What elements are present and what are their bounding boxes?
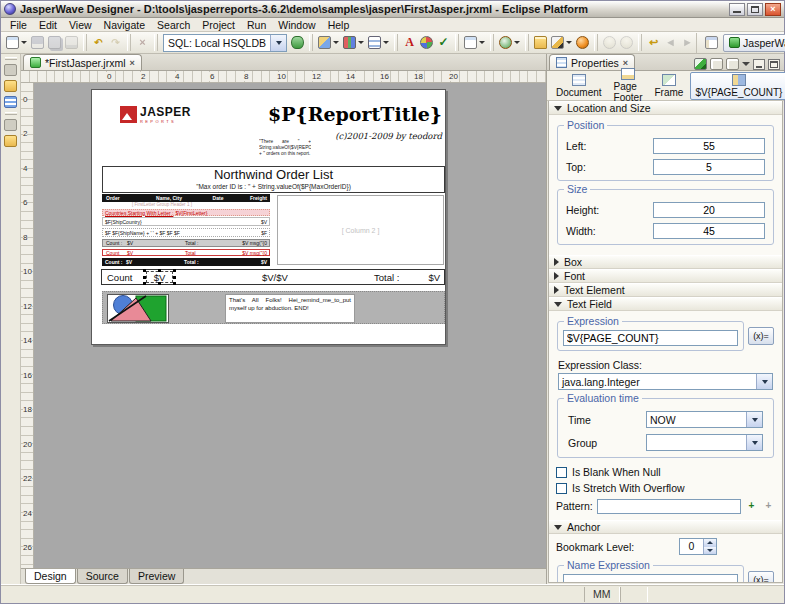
expression-class-select[interactable]: java.lang.Integer — [558, 373, 773, 390]
menu-edit[interactable]: Edit — [33, 19, 63, 31]
refresh-datasource-button[interactable] — [289, 33, 306, 52]
palette-button[interactable] — [418, 33, 435, 52]
repository-view-icon[interactable] — [4, 135, 17, 147]
list-title-frame[interactable]: Northwind Order List "Max order ID is : … — [102, 166, 445, 193]
menu-window[interactable]: Window — [272, 19, 321, 31]
selection-handle[interactable] — [143, 282, 146, 285]
link-editor-button[interactable] — [726, 58, 739, 70]
editor-tab-firstjasper[interactable]: *FirstJasper.jrxml × — [23, 54, 142, 70]
name-expression-editor-button[interactable]: (x)= — [748, 571, 774, 583]
outline-view-icon[interactable] — [4, 64, 17, 76]
pattern-field[interactable] — [597, 499, 741, 514]
open-report-button[interactable] — [532, 33, 549, 52]
perspective-jasperwave-button[interactable]: JasperWave ... — [723, 34, 785, 52]
sql-connection-combo[interactable]: SQL: Local HSQLDB — [163, 34, 287, 52]
blank-when-null-checkbox[interactable] — [556, 467, 567, 478]
open-perspective-button[interactable] — [703, 33, 720, 52]
section-text-element[interactable]: Text Element — [549, 283, 782, 297]
time-select[interactable]: NOW — [646, 411, 763, 428]
selection-handle[interactable] — [143, 269, 146, 272]
menu-project[interactable]: Project — [196, 19, 241, 31]
section-box[interactable]: Box — [549, 255, 782, 269]
tool-button-2[interactable] — [618, 33, 635, 52]
summary-text-field[interactable]: That's All Folks! Hei_remind_me_to_put m… — [225, 294, 355, 323]
datasource-button[interactable] — [316, 33, 341, 52]
spinner-down-button[interactable] — [704, 547, 716, 555]
top-field[interactable] — [653, 159, 765, 175]
edit-mode-button[interactable] — [694, 58, 707, 70]
navigator-view-icon[interactable] — [4, 80, 17, 92]
new-wizard-button[interactable] — [4, 33, 29, 52]
close-button[interactable]: × — [765, 3, 781, 16]
delete-button[interactable]: × — [134, 33, 151, 52]
menu-view[interactable]: View — [63, 19, 98, 31]
spinner-up-button[interactable] — [704, 539, 716, 547]
summary-band[interactable]: That's All Folks! Hei_remind_me_to_put m… — [102, 291, 445, 324]
zoom-button[interactable] — [497, 33, 522, 52]
ship-country-field[interactable]: $F{ShipCountry} $V — [102, 217, 270, 226]
section-font[interactable]: Font — [549, 269, 782, 283]
summary-image[interactable] — [107, 294, 169, 323]
tab-preview[interactable]: Preview — [129, 569, 184, 584]
pin-view-button[interactable] — [710, 58, 723, 70]
report-title-field[interactable]: $P{ReportTitle} — [268, 103, 442, 125]
jasper-logo[interactable]: JASPER REPORTS — [120, 106, 198, 136]
height-field[interactable] — [653, 202, 765, 218]
report-fields-button[interactable] — [341, 33, 366, 52]
detail-band[interactable]: $F $F{ShipName} + ' ' + $F $F $F $F — [102, 228, 270, 237]
edit-expression-button[interactable] — [549, 33, 574, 52]
column2-placeholder[interactable]: [ Column 2 ] — [277, 195, 444, 265]
menu-search[interactable]: Search — [151, 19, 196, 31]
selection-handle[interactable] — [173, 269, 176, 272]
selection-handle[interactable] — [158, 282, 161, 285]
menu-run[interactable]: Run — [241, 19, 272, 31]
new-report-button[interactable] — [462, 33, 487, 52]
redo-button[interactable]: ↷ — [107, 33, 124, 52]
expression-field[interactable] — [563, 330, 738, 346]
stretch-overflow-checkbox[interactable] — [556, 483, 567, 494]
design-canvas[interactable]: JASPER REPORTS $P{ReportTitle} (c)2001-2… — [34, 83, 546, 568]
menu-navigate[interactable]: Navigate — [98, 19, 151, 31]
view-menu-button[interactable] — [742, 62, 750, 66]
combo-arrow-button[interactable] — [746, 435, 762, 450]
element-page-footer[interactable]: Page Footer — [609, 66, 648, 105]
save-all-button[interactable] — [46, 33, 63, 52]
pattern-edit-icon[interactable]: + — [745, 500, 758, 512]
report-page[interactable]: JASPER REPORTS $P{ReportTitle} (c)2001-2… — [91, 89, 446, 345]
left-field[interactable] — [653, 138, 765, 154]
last-edit-location-button[interactable]: ↩ — [645, 33, 662, 52]
forward-button[interactable]: ► — [679, 33, 696, 52]
element-document[interactable]: Document — [551, 72, 607, 100]
palette-view-icon[interactable] — [4, 96, 17, 108]
selection-handle[interactable] — [158, 269, 161, 272]
copyright-text[interactable]: (c)2001-2009 by teodord — [335, 131, 442, 141]
combo-arrow-button[interactable] — [756, 374, 772, 389]
element-frame[interactable]: Frame — [649, 72, 688, 100]
selection-handle[interactable] — [173, 282, 176, 285]
orders-count-expression[interactable]: "There are " + String.valueOf($V{REPORT_… — [259, 139, 311, 164]
selection-handle[interactable] — [143, 276, 146, 279]
combo-arrow-button[interactable] — [746, 412, 762, 427]
font-button[interactable]: A — [401, 33, 418, 52]
combo-arrow-button[interactable] — [270, 35, 286, 51]
validate-button[interactable]: ✓ — [435, 33, 452, 52]
bookmark-level-spinner[interactable]: 0 — [679, 538, 717, 555]
maximize-button[interactable] — [747, 3, 763, 16]
compile-button[interactable] — [574, 33, 591, 52]
tab-design[interactable]: Design — [25, 569, 76, 584]
tab-source[interactable]: Source — [77, 569, 128, 584]
expression-editor-button[interactable]: (x)= — [748, 327, 774, 345]
maximize-view-button[interactable] — [768, 59, 780, 70]
print-button[interactable] — [63, 33, 80, 52]
column-header-band[interactable]: Order Name, City Date Freight — [102, 194, 270, 202]
tool-button-1[interactable] — [601, 33, 618, 52]
element-page-count[interactable]: $V{PAGE_COUNT} — [690, 72, 785, 100]
group-footer-black-row[interactable]: Count : $V Total : $V — [102, 258, 270, 266]
back-button[interactable]: ◄ — [662, 33, 679, 52]
group-footer-red-row[interactable]: Count $V Total $V msg("{0 — [102, 249, 270, 256]
group-header-field[interactable]: Countries Starting With Letter : $V{Firs… — [102, 209, 270, 216]
minimize-button[interactable] — [729, 3, 745, 16]
name-expression-field[interactable] — [563, 574, 738, 583]
group-select[interactable] — [646, 434, 763, 451]
save-button[interactable] — [29, 33, 46, 52]
